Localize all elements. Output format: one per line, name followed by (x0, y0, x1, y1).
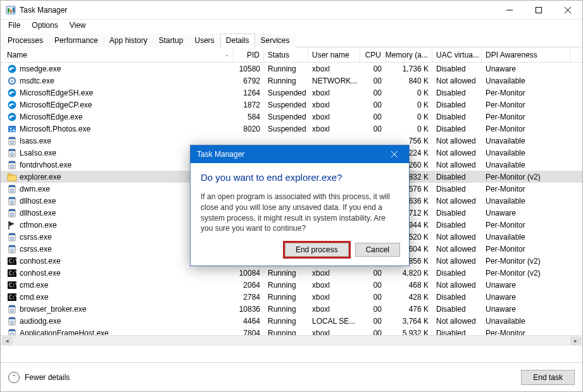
cell-cpu: 00 (360, 77, 386, 85)
col-status[interactable]: Status (264, 47, 308, 62)
svg-text:C:\: C:\ (9, 271, 17, 276)
dialog-close-button[interactable] (386, 148, 403, 161)
tab-details[interactable]: Details (220, 34, 255, 47)
table-row[interactable]: MicrosoftEdge.exe584Suspendedxboxl000 KD… (1, 111, 582, 123)
process-name: LsaIso.exe (20, 149, 56, 157)
tab-processes[interactable]: Processes (2, 34, 49, 47)
cell-uac: Disabled (432, 173, 482, 181)
col-mem[interactable]: Memory (a... (386, 47, 432, 62)
cell-uac: Disabled (432, 329, 482, 336)
table-row[interactable]: MicrosoftEdgeCP.exe1872Suspendedxboxl000… (1, 99, 582, 111)
process-name: cmd.exe (20, 281, 48, 290)
cell-user: xboxl (308, 113, 360, 121)
scroll-right-icon[interactable]: ▸ (570, 336, 581, 345)
minimize-button[interactable] (495, 1, 524, 20)
cell-mem: 1,736 K (386, 64, 432, 73)
svg-rect-52 (9, 305, 15, 307)
cell-cpu: 00 (360, 293, 386, 302)
col-cpu[interactable]: CPU (360, 47, 386, 62)
cell-cpu: 00 (360, 305, 386, 314)
cell-status: Suspended (264, 101, 308, 109)
cell-mem: 0 K (386, 89, 432, 97)
fewer-details-button[interactable]: ⌃ Fewer details (8, 372, 70, 383)
cell-dpi: Unavailable (482, 161, 570, 169)
tab-users[interactable]: Users (189, 34, 220, 47)
tab-performance[interactable]: Performance (49, 34, 104, 47)
table-row[interactable]: Microsoft.Photos.exe8020Suspendedxboxl00… (1, 123, 582, 135)
cell-uac: Disabled (432, 125, 482, 133)
cell-mem: 0 K (386, 125, 432, 133)
cancel-button[interactable]: Cancel (355, 243, 400, 257)
svg-rect-34 (9, 209, 15, 211)
cell-pid: 10836 (234, 305, 264, 314)
table-row[interactable]: msedge.exe10580Runningxboxl001,736 KDisa… (1, 63, 582, 75)
cell-pid: 10580 (234, 64, 264, 73)
end-process-button[interactable]: End process (285, 243, 349, 257)
close-button[interactable] (553, 1, 582, 20)
cell-dpi: Per-Monitor (v2) (482, 269, 570, 278)
cell-dpi: Per-Monitor (482, 125, 570, 133)
cell-user: xboxl (308, 329, 360, 336)
table-row[interactable]: C:\cmd.exe2064Runningxboxl00468 KNot all… (1, 279, 582, 291)
cell-uac: Not allowed (432, 161, 482, 169)
process-icon: C:\ (7, 292, 17, 302)
cell-status: Running (264, 293, 308, 302)
table-row[interactable]: C:\conhost.exe10084Runningxboxl004,820 K… (1, 267, 582, 279)
col-pid[interactable]: PID (234, 47, 264, 62)
tabstrip: ProcessesPerformanceApp historyStartupUs… (1, 32, 582, 47)
process-icon (7, 148, 17, 158)
svg-rect-28 (9, 185, 15, 187)
process-name: MicrosoftEdgeSH.exe (20, 89, 93, 97)
end-task-button[interactable]: End task (521, 370, 575, 385)
maximize-button[interactable] (524, 1, 553, 20)
cell-cpu: 00 (360, 89, 386, 97)
table-row[interactable]: MicrosoftEdgeSH.exe1264Suspendedxboxl000… (1, 87, 582, 99)
process-icon: C:\ (7, 268, 17, 278)
cell-uac: Not allowed (432, 149, 482, 157)
cell-uac: Disabled (432, 64, 482, 73)
cell-cpu: 00 (360, 113, 386, 121)
cell-uac: Disabled (432, 89, 482, 97)
menu-view[interactable]: View (65, 20, 91, 30)
cell-pid: 7804 (234, 329, 264, 336)
table-row[interactable]: ApplicationFrameHost.exe7804Runningxboxl… (1, 327, 582, 335)
table-row[interactable]: C:\cmd.exe2784Runningxboxl00428 KDisable… (1, 291, 582, 303)
col-uac[interactable]: UAC virtua... (432, 47, 482, 62)
tab-startup[interactable]: Startup (153, 34, 189, 47)
process-name: conhost.exe (20, 257, 61, 266)
svg-rect-31 (9, 197, 15, 199)
cell-mem: 0 K (386, 101, 432, 109)
cell-cpu: 00 (360, 269, 386, 278)
cell-cpu: 00 (360, 125, 386, 133)
menu-file[interactable]: File (3, 20, 25, 30)
process-name: dwm.exe (20, 185, 50, 193)
cell-user: xboxl (308, 269, 360, 278)
process-name: MicrosoftEdgeCP.exe (20, 101, 92, 109)
process-name: cmd.exe (20, 293, 48, 302)
svg-rect-38 (9, 233, 15, 235)
process-icon (7, 196, 17, 206)
col-user[interactable]: User name (308, 47, 360, 62)
cell-mem: 3,764 K (386, 317, 432, 326)
table-row[interactable]: audiodg.exe4464RunningLOCAL SE...003,764… (1, 315, 582, 327)
tab-services[interactable]: Services (255, 34, 296, 47)
cell-dpi: Per-Monitor (482, 101, 570, 109)
table-row[interactable]: browser_broker.exe10836Runningxboxl00476… (1, 303, 582, 315)
scroll-left-icon[interactable]: ◂ (2, 336, 13, 345)
process-icon: C:\ (7, 256, 17, 266)
process-icon (7, 244, 17, 254)
menu-options[interactable]: Options (27, 20, 63, 30)
cell-user: xboxl (308, 305, 360, 314)
horizontal-scrollbar[interactable]: ◂ ▸ (1, 335, 582, 346)
cell-pid: 8020 (234, 125, 264, 133)
process-name: dllhost.exe (20, 197, 56, 205)
cell-uac: Disabled (432, 293, 482, 302)
col-dpi[interactable]: DPI Awareness (482, 47, 570, 62)
svg-rect-41 (9, 245, 15, 247)
col-name[interactable]: Name⌄ (1, 47, 234, 62)
table-row[interactable]: msdtc.exe6792RunningNETWORK...00840 KNot… (1, 75, 582, 87)
process-icon (7, 220, 17, 230)
cell-uac: Disabled (432, 101, 482, 109)
cell-status: Running (264, 269, 308, 278)
tab-app-history[interactable]: App history (104, 34, 153, 47)
